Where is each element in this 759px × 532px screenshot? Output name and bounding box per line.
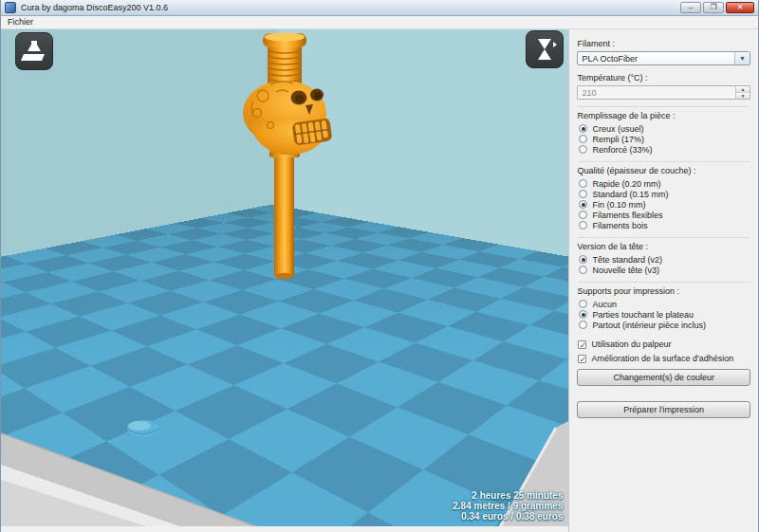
filament-label: Filament : — [577, 39, 750, 48]
palpeur-blob — [127, 420, 159, 437]
radio-icon[interactable] — [579, 221, 587, 229]
print-stats: 2 heures 25 minutes 2.84 metres / 9 gram… — [453, 490, 563, 522]
temperature-label: Température (°C) : — [577, 73, 750, 83]
radio-option-flexibles[interactable]: Filaments flexibles — [579, 210, 750, 220]
radio-icon[interactable] — [579, 266, 587, 274]
checkbox-label: Utilisation du palpeur — [591, 339, 671, 349]
option-label: Filaments flexibles — [592, 211, 662, 220]
radio-option-nouvelle-tete[interactable]: Nouvelle tête (v3) — [579, 265, 750, 275]
radio-option-tete-standard[interactable]: Tête standard (v2) — [579, 254, 750, 265]
option-label: Filaments bois — [592, 221, 647, 230]
stat-cost: 0.34 euros / 0.38 euros — [453, 511, 563, 522]
radio-icon[interactable] — [579, 255, 587, 264]
radio-option-rempli[interactable]: Rempli (17%) — [579, 134, 750, 144]
app-window: Cura by dagoma DiscoEasy200 V1.0.6 – ❐ ✕… — [0, 0, 759, 532]
checkbox-icon[interactable]: ✓ — [578, 340, 586, 349]
mirror-icon — [528, 33, 561, 65]
radio-option-standard[interactable]: Standard (0.15 mm) — [579, 189, 750, 199]
model-skull-pole[interactable] — [243, 33, 332, 280]
load-model-button[interactable] — [15, 32, 53, 70]
menu-file[interactable]: Fichier — [1, 16, 40, 28]
filament-select[interactable]: PLA OctoFiber ▼ — [577, 51, 750, 65]
checkbox-label: Amélioration de la surface d'adhésion — [591, 354, 733, 363]
option-label: Parties touchant le plateau — [592, 310, 694, 320]
checkbox-palpeur[interactable]: ✓ Utilisation du palpeur — [578, 339, 750, 350]
radio-icon[interactable] — [579, 135, 587, 143]
checkbox-adhesion[interactable]: ✓ Amélioration de la surface d'adhésion — [578, 353, 750, 364]
stat-time: 2 heures 25 minutes — [453, 490, 563, 501]
radio-icon[interactable] — [579, 124, 587, 133]
radio-icon[interactable] — [579, 179, 587, 188]
separator — [578, 161, 750, 162]
option-label: Rapide (0.20 mm) — [592, 179, 660, 189]
radio-option-parties-plateau[interactable]: Parties touchant le plateau — [579, 309, 750, 320]
bed-front-edge — [1, 433, 276, 532]
option-label: Nouvelle tête (v3) — [592, 266, 659, 275]
option-label: Partout (intérieur pièce inclus) — [592, 321, 706, 330]
stat-material: 2.84 metres / 9 grammes — [453, 501, 563, 511]
main-area: 2 heures 25 minutes 2.84 metres / 9 gram… — [1, 29, 758, 532]
option-label: Aucun — [592, 300, 617, 309]
filament-selected-value: PLA OctoFiber — [578, 54, 734, 64]
spinner-down-icon[interactable]: ▼ — [736, 93, 750, 99]
mirror-button[interactable] — [526, 30, 564, 68]
model-skull-head — [243, 81, 332, 155]
temperature-spinner[interactable]: ▲ ▼ — [735, 86, 750, 99]
settings-panel: Filament : PLA OctoFiber ▼ Température (… — [568, 29, 758, 532]
option-label: Standard (0.15 mm) — [592, 190, 668, 199]
option-label: Rempli (17%) — [592, 135, 644, 144]
scene-overlay — [1, 29, 568, 532]
window-controls: – ❐ ✕ — [680, 2, 754, 13]
radio-icon[interactable] — [579, 200, 587, 209]
spinner-up-icon[interactable]: ▲ — [736, 86, 750, 93]
quality-section-title: Qualité (épaisseur de couche) : — [577, 166, 750, 175]
model-pole — [274, 156, 294, 279]
radio-option-bois[interactable]: Filaments bois — [579, 220, 750, 230]
supports-section-title: Supports pour impression : — [577, 286, 750, 296]
viewport-bottom-strip — [1, 526, 568, 532]
head-version-section-title: Version de la tête : — [577, 242, 750, 251]
radio-option-partout[interactable]: Partout (intérieur pièce inclus) — [579, 320, 750, 330]
separator — [578, 237, 750, 238]
radio-icon[interactable] — [579, 211, 587, 219]
radio-option-fin[interactable]: Fin (0.10 mm) — [579, 199, 750, 210]
temperature-input[interactable] — [578, 86, 735, 99]
radio-icon[interactable] — [579, 300, 587, 308]
window-title: Cura by dagoma DiscoEasy200 V1.0.6 — [21, 3, 168, 12]
minimize-button[interactable]: – — [680, 2, 701, 13]
separator — [578, 106, 750, 107]
infill-section-title: Remplissage de la pièce : — [577, 111, 750, 120]
radio-option-creux[interactable]: Creux (usuel) — [579, 123, 750, 134]
checkbox-icon[interactable]: ✓ — [578, 355, 586, 363]
chevron-down-icon[interactable]: ▼ — [734, 52, 750, 64]
radio-icon[interactable] — [579, 145, 587, 154]
title-bar: Cura by dagoma DiscoEasy200 V1.0.6 – ❐ ✕ — [1, 0, 758, 16]
option-label: Fin (0.10 mm) — [592, 200, 645, 210]
viewport-3d[interactable]: 2 heures 25 minutes 2.84 metres / 9 gram… — [1, 29, 568, 532]
option-label: Tête standard (v2) — [592, 255, 662, 265]
separator — [578, 282, 750, 283]
option-label: Renforcé (33%) — [592, 145, 652, 155]
menu-bar: Fichier — [1, 16, 758, 29]
radio-icon[interactable] — [579, 321, 587, 329]
radio-option-aucun[interactable]: Aucun — [579, 299, 750, 309]
close-button[interactable]: ✕ — [726, 2, 754, 13]
load-model-icon — [18, 35, 50, 67]
maximize-button[interactable]: ❐ — [703, 2, 724, 13]
prepare-print-button[interactable]: Préparer l'impression — [577, 401, 750, 418]
app-icon — [5, 2, 16, 13]
radio-icon[interactable] — [579, 190, 587, 198]
spacer — [577, 330, 750, 336]
color-change-button[interactable]: Changement(s) de couleur — [577, 369, 750, 386]
model-top-coil — [263, 33, 306, 85]
radio-option-rapide[interactable]: Rapide (0.20 mm) — [579, 178, 750, 189]
radio-icon[interactable] — [579, 310, 587, 319]
temperature-fieldbox: ▲ ▼ — [577, 85, 750, 100]
option-label: Creux (usuel) — [592, 124, 643, 134]
radio-option-renforce[interactable]: Renforcé (33%) — [579, 144, 750, 155]
